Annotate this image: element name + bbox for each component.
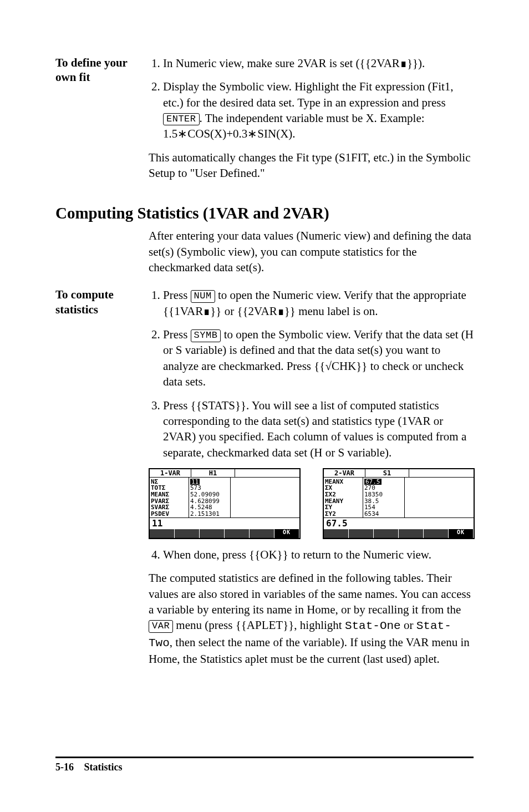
intro-paragraph: After entering your data values (Numeric… xyxy=(149,228,474,275)
symb-key: SYMB xyxy=(191,329,221,342)
calc2-values-rest: 270 18350 38.5 154 6534 xyxy=(364,484,383,517)
calc2-row-labels: MEANX ΣX ΣX2 MEANY ΣY ΣY2 xyxy=(324,478,363,517)
num-key: NUM xyxy=(191,290,215,302)
code-stat-one: Stat-One xyxy=(345,620,401,632)
var-key: VAR xyxy=(149,620,173,632)
calc1-row-labels: NΣ TOTΣ MEANΣ PVARΣ SVARΣ PSDEV xyxy=(150,478,189,517)
compute-step-4: When done, press {{OK}} to return to the… xyxy=(163,547,475,562)
calc2-values: 67.5 270 18350 38.5 154 6534 xyxy=(363,478,405,517)
tail-text: or xyxy=(401,618,416,632)
step-text: In Numeric view, make sure 2VAR is set (… xyxy=(163,57,425,70)
side-heading-compute-stats: To compute statistics xyxy=(55,287,149,317)
compute-steps-cont: When done, press {{OK}} to return to the… xyxy=(149,547,475,562)
tail-text: The computed statistics are defined in t… xyxy=(149,571,471,616)
page-footer: 5-16 Statistics xyxy=(55,757,474,773)
compute-steps: Press NUM to open the Numeric view. Veri… xyxy=(149,287,475,460)
define-fit-step-1: In Numeric view, make sure 2VAR is set (… xyxy=(163,55,474,71)
calc1-ok-button: OK xyxy=(274,529,299,538)
calc2-menubar: OK xyxy=(324,529,474,538)
calc1-values-rest: 573 52.09090 4.628099 4.5248 2.151301 xyxy=(190,484,220,517)
tail-text: , then select the name of the variable).… xyxy=(149,636,470,666)
calc-screen-2var: 2-VAR S1 MEANX ΣX ΣX2 MEANY ΣY ΣY2 67.5 … xyxy=(323,468,475,539)
step-text: Press xyxy=(163,328,191,341)
calc1-hdr-col: H1 xyxy=(191,469,235,477)
section-heading: Computing Statistics (1VAR and 2VAR) xyxy=(55,204,474,222)
step-text: . The independent variable must be X. Ex… xyxy=(163,111,425,140)
calc2-ok-button: OK xyxy=(449,529,474,538)
side-heading-define-fit: To define your own fit xyxy=(55,55,149,85)
calc2-hdr-mode: 2-VAR xyxy=(324,469,365,477)
calc1-menubar: OK xyxy=(150,529,299,538)
define-fit-steps: In Numeric view, make sure 2VAR is set (… xyxy=(149,55,474,142)
step-text: Display the Symbolic view. Highlight the… xyxy=(163,80,454,109)
define-fit-step-2: Display the Symbolic view. Highlight the… xyxy=(163,79,474,141)
calculator-screenshots: 1-VAR H1 NΣ TOTΣ MEANΣ PVARΣ SVARΣ PSDEV… xyxy=(149,468,475,539)
calc2-hdr-col: S1 xyxy=(365,469,409,477)
compute-step-1: Press NUM to open the Numeric view. Veri… xyxy=(163,287,475,319)
enter-key: ENTER xyxy=(163,113,200,125)
calc-screen-1var: 1-VAR H1 NΣ TOTΣ MEANΣ PVARΣ SVARΣ PSDEV… xyxy=(149,468,301,539)
calc1-entry-line: 11 xyxy=(150,518,299,529)
define-fit-after: This automatically changes the Fit type … xyxy=(149,150,474,181)
calc1-values: 11 573 52.09090 4.628099 4.5248 2.151301 xyxy=(189,478,231,517)
tail-text: menu (press {{APLET}}, highlight xyxy=(173,618,345,632)
calc1-hdr-mode: 1-VAR xyxy=(150,469,191,477)
tail-paragraph: The computed statistics are defined in t… xyxy=(149,570,475,667)
compute-step-2: Press SYMB to open the Symbolic view. Ve… xyxy=(163,327,475,389)
calc2-entry-line: 67.5 xyxy=(324,518,474,529)
step-text: Press xyxy=(163,288,191,302)
footer-section: Statistics xyxy=(84,762,123,773)
compute-step-3: Press {{STATS}}. You will see a list of … xyxy=(163,398,475,460)
page-number: 5-16 xyxy=(55,762,74,773)
